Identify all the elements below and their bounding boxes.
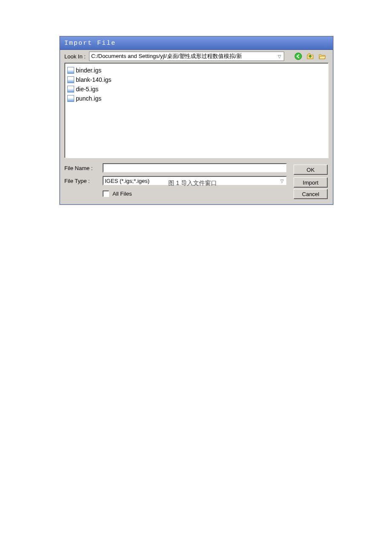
svg-point-0 xyxy=(295,53,302,60)
file-list[interactable]: binder.igs blank-140.igs die-5.igs punch… xyxy=(64,63,329,158)
file-type-select[interactable]: IGES (*.igs;*.iges) ▽ xyxy=(103,176,287,185)
file-icon xyxy=(67,95,74,102)
dialog-title: Import File xyxy=(64,40,116,47)
look-in-path: C:/Documents and Settings/yjl/桌面/塑性成形过程数… xyxy=(91,52,276,60)
bottom-area: File Name : OK File Type : IGES (*.igs;*… xyxy=(60,162,333,204)
up-folder-icon[interactable] xyxy=(306,52,314,60)
chevron-down-icon: ▽ xyxy=(279,179,285,183)
look-in-row: Look In : C:/Documents and Settings/yjl/… xyxy=(60,50,333,63)
ok-button[interactable]: OK xyxy=(294,165,328,175)
all-files-label: All Files xyxy=(112,191,132,197)
all-files-checkbox[interactable] xyxy=(103,191,109,197)
file-label: die-5.igs xyxy=(76,86,98,92)
list-item[interactable]: punch.igs xyxy=(67,94,326,103)
file-label: punch.igs xyxy=(76,95,101,102)
import-button[interactable]: Import xyxy=(294,177,328,188)
list-item[interactable]: blank-140.igs xyxy=(67,75,326,84)
file-label: blank-140.igs xyxy=(76,76,111,83)
file-icon xyxy=(67,76,74,83)
list-item[interactable]: die-5.igs xyxy=(67,84,326,94)
chevron-down-icon: ▽ xyxy=(276,54,283,59)
file-type-value: IGES (*.igs;*.iges) xyxy=(105,178,150,184)
file-name-input[interactable] xyxy=(103,163,287,173)
file-name-label: File Name : xyxy=(64,165,100,171)
back-icon[interactable] xyxy=(294,52,302,60)
file-icon xyxy=(67,67,74,74)
titlebar: Import File xyxy=(60,37,333,50)
open-folder-icon[interactable] xyxy=(318,52,326,60)
import-file-dialog: Import File Look In : C:/Documents and S… xyxy=(60,36,333,205)
list-item[interactable]: binder.igs xyxy=(67,66,326,75)
cancel-button[interactable]: Cancel xyxy=(294,189,328,199)
file-type-label: File Type : xyxy=(64,178,100,184)
look-in-label: Look In : xyxy=(64,53,86,60)
file-label: binder.igs xyxy=(76,67,101,74)
look-in-dropdown[interactable]: C:/Documents and Settings/yjl/桌面/塑性成形过程数… xyxy=(89,52,284,61)
nav-icons xyxy=(288,52,329,60)
file-icon xyxy=(67,86,74,92)
